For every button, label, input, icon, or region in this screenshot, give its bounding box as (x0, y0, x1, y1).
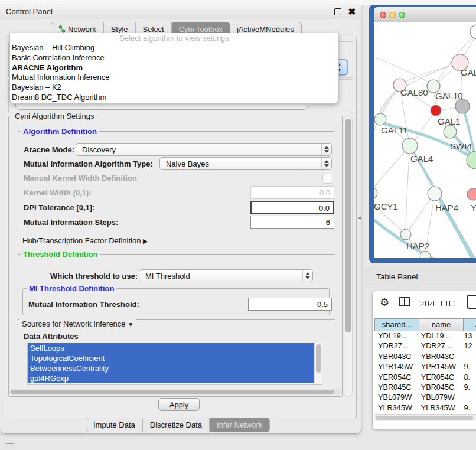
which-threshold-select[interactable]: MI Threshold (139, 269, 313, 282)
node-label-gal10: GAL10 (435, 91, 463, 101)
table-row[interactable]: YBL079WYBL079W (374, 393, 476, 403)
zoom-traffic-light-icon[interactable] (399, 12, 405, 18)
table-row[interactable]: YDL19...YDL19...13 (374, 331, 476, 341)
network-node-0[interactable] (470, 25, 476, 39)
algorithm-definition-title: Algorithm Definition (21, 127, 99, 136)
close-traffic-light-icon[interactable] (380, 12, 386, 18)
scrollbar-thumb[interactable] (316, 344, 321, 373)
collapse-down-icon[interactable]: ▼ (128, 321, 133, 328)
network-edge[interactable] (406, 146, 410, 229)
gear-icon[interactable]: ⚙ (380, 296, 389, 309)
table-cell: YLR345W (374, 403, 418, 413)
table-cell: YDR27... (418, 341, 461, 351)
docked-panel-icon[interactable] (5, 443, 15, 450)
function-builder-icon[interactable] (467, 295, 476, 309)
dropdown-item-bayesian-hill-climbing[interactable]: Bayesian – Hill Climbing (10, 43, 338, 53)
manual-kernel-width-checkbox[interactable] (322, 174, 332, 184)
table-panel-titlebar[interactable]: Table Panel (364, 266, 476, 288)
node-label-gal1: GAL1 (438, 116, 460, 126)
network-node-10[interactable] (374, 187, 377, 199)
table-cell (460, 352, 476, 362)
sources-group-title: Sources for Network Inference ▼ (19, 319, 136, 328)
table-row[interactable]: YBR043CYBR043C (374, 352, 476, 362)
kernel-width-field[interactable]: 0.0 (250, 186, 334, 199)
panel-collapse-icon[interactable]: ◂ (358, 214, 361, 221)
settings-horizontal-scrollbar[interactable] (9, 389, 341, 395)
scrollbar-thumb[interactable] (11, 390, 334, 394)
node-label-gal: GAL (461, 67, 476, 77)
list-item-gal4rgexp[interactable]: gal4RGexp (28, 373, 314, 383)
mi-algorithm-type-label: Mutual Information Algorithm Type: (24, 159, 153, 168)
minimize-traffic-light-icon[interactable] (389, 12, 396, 18)
dpi-tolerance-field[interactable]: 0.0 (250, 201, 334, 214)
threshold-definition-title: Threshold Definition (21, 250, 100, 259)
network-node-4[interactable] (455, 99, 470, 113)
network-node-5[interactable] (431, 105, 441, 116)
close-icon[interactable]: ✖ (348, 6, 356, 18)
network-node-12[interactable] (467, 188, 476, 200)
data-attributes-list[interactable]: SelfLoopsTopologicalCoefficientBetweenne… (27, 343, 322, 385)
table-row[interactable]: YBR045CYBR045C9. (374, 383, 476, 393)
scrollbar-thumb[interactable] (345, 119, 351, 332)
tab-infer-network[interactable]: Infer Network (210, 418, 269, 432)
table-row[interactable]: YPR145WYPR145W9. (374, 362, 476, 372)
scrollbar-thumb[interactable] (376, 416, 473, 420)
tab-impute-data[interactable]: Impute Data (86, 418, 143, 432)
dropdown-item-basic-correlation-inference[interactable]: Basic Correlation Inference (10, 53, 338, 63)
mi-threshold-field[interactable]: 0.5 (248, 298, 332, 311)
list-item-selfloops[interactable]: SelfLoops (28, 343, 314, 353)
node-label-y: Y (471, 203, 476, 213)
hub-definition-label[interactable]: Hub/Transcription Factor Definition ▶ (22, 236, 148, 245)
column-header-name[interactable]: name (419, 318, 463, 331)
network-node-6[interactable] (444, 125, 457, 138)
dropdown-item-mutual-information-inference[interactable]: Mutual Information Inference (10, 73, 338, 83)
table-cell: 12 (460, 341, 476, 351)
network-edge[interactable] (374, 146, 410, 189)
data-attributes-label: Data Attributes (24, 332, 79, 341)
mi-steps-label: Mutual Information Steps: (24, 218, 118, 227)
column-header-a[interactable]: A (463, 318, 476, 331)
table-horizontal-scrollbar[interactable] (374, 414, 476, 421)
select-all-icon[interactable]: ✓ (428, 301, 434, 306)
mi-steps-field[interactable]: 6 (250, 216, 334, 229)
float-window-icon[interactable] (334, 8, 341, 15)
dropdown-item-list: Bayesian – Hill ClimbingBasic Correlatio… (10, 43, 338, 103)
apply-button[interactable]: Apply (158, 398, 200, 411)
control-panel-titlebar[interactable]: Control Panel ✖ (0, 5, 361, 19)
network-node-13[interactable] (400, 229, 411, 240)
which-threshold-value: MI Threshold (145, 272, 190, 281)
network-canvas[interactable]: GALGAL80GAL10GAL1GAL11SWI4GAL4GCY1HAP4YH… (374, 22, 476, 258)
table-cell: 9. (460, 403, 476, 413)
dropdown-item-dream8-dc-tdc-algorithm[interactable]: Dream8 DC_TDC Algorithm (10, 93, 338, 103)
settings-vertical-scrollbar[interactable] (344, 116, 353, 397)
aracne-mode-select[interactable]: Discovery (76, 143, 332, 156)
node-label-gal80: GAL80 (400, 87, 428, 97)
columns-icon[interactable] (399, 297, 410, 306)
list-item-topologicalcoefficient[interactable]: TopologicalCoefficient (28, 353, 314, 363)
table-header-row: shared...nameA (374, 318, 476, 331)
network-node-14[interactable] (420, 251, 431, 258)
tab-label: Style (111, 25, 128, 34)
deselect-all-icon[interactable] (449, 301, 455, 306)
select-all-icon[interactable]: ✓ (420, 301, 426, 306)
dropdown-item-aracne-algorithm[interactable]: ARACNE Algorithm (10, 63, 338, 73)
list-scrollbar[interactable] (314, 343, 322, 384)
expand-right-icon[interactable]: ▶ (143, 237, 148, 244)
network-node-7[interactable] (374, 113, 386, 125)
table-row[interactable]: YER054CYER054C8. (374, 373, 476, 383)
network-window-titlebar[interactable] (374, 7, 476, 22)
combo-stepper-icon (321, 144, 331, 155)
algorithm-dropdown-popup: Select algorithm to view settings Bayesi… (9, 33, 339, 104)
table-row[interactable]: YLR345WYLR345W9. (374, 403, 476, 413)
network-node-11[interactable] (428, 187, 442, 201)
table-cell (460, 393, 476, 403)
table-cell: YER054C (374, 373, 418, 383)
dropdown-item-bayesian-k2[interactable]: Bayesian – K2 (10, 83, 338, 93)
tab-discretize-data[interactable]: Discretize Data (143, 418, 210, 432)
deselect-all-icon[interactable] (441, 301, 447, 306)
mi-algorithm-type-select[interactable]: Naive Bayes (159, 157, 332, 170)
network-node-8[interactable] (402, 138, 418, 154)
list-item-betweennesscentrality[interactable]: BetweennessCentrality (28, 363, 314, 373)
table-row[interactable]: YDR27...YDR27...12 (374, 341, 476, 351)
column-header-shared[interactable]: shared... (374, 318, 419, 331)
